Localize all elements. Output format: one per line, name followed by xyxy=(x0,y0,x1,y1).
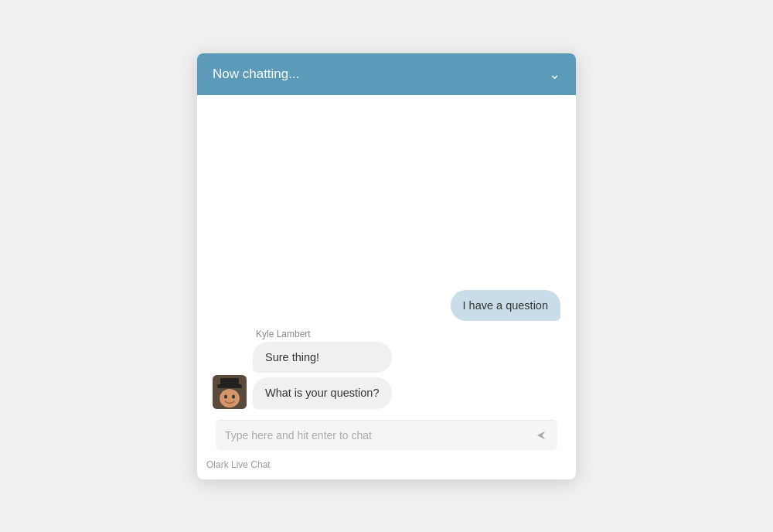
user-message-row: I have a question xyxy=(213,290,560,321)
agent-name: Kyle Lambert xyxy=(256,329,560,339)
chevron-down-icon[interactable]: ⌄ xyxy=(549,66,560,83)
chat-input[interactable] xyxy=(225,429,528,442)
svg-rect-2 xyxy=(220,378,239,387)
branding-label: Olark Live Chat xyxy=(206,459,271,470)
user-bubble: I have a question xyxy=(451,290,560,321)
agent-message-row: Kyle Lambert xyxy=(213,329,560,409)
chat-messages: I have a question Kyle Lambert xyxy=(197,95,576,420)
agent-bubble-2: What is your question? xyxy=(253,377,392,408)
svg-point-5 xyxy=(232,394,235,398)
chat-input-area[interactable] xyxy=(216,420,557,450)
svg-point-4 xyxy=(224,394,227,398)
chat-window: Now chatting... ⌄ I have a question Kyle… xyxy=(197,53,576,479)
agent-bubble-1: Sure thing! xyxy=(253,342,392,373)
send-icon[interactable] xyxy=(534,428,548,442)
chat-footer: Olark Live Chat xyxy=(197,456,576,479)
agent-bubbles: Sure thing! What is your question? xyxy=(253,342,392,409)
chat-header: Now chatting... ⌄ xyxy=(197,53,576,95)
agent-messages-group: Sure thing! What is your question? xyxy=(213,342,560,409)
avatar xyxy=(213,375,247,409)
svg-point-3 xyxy=(220,389,240,408)
chat-header-title: Now chatting... xyxy=(213,66,299,82)
